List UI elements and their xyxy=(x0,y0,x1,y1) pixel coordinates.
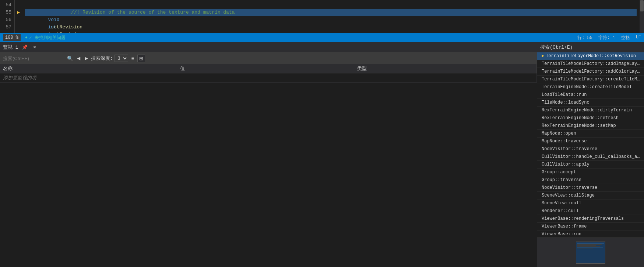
status-ok: ● ✓ 未找到相关问题 xyxy=(25,35,66,41)
callstack-item[interactable]: TerrainEngineNode::createTileModel xyxy=(537,83,644,91)
callstack-thumbnail xyxy=(537,237,644,267)
callstack-item[interactable]: Group::traverse xyxy=(537,176,644,184)
encoding-indicator: LF xyxy=(636,35,641,41)
watch-panel: 监视 1 📌 ✕ 🔍 ◀ ▶ 搜索深度: 3 1 2 4 5 ≡ ⊞ xyxy=(0,42,537,267)
callstack-item[interactable]: RexTerrainEngineNode::refresh xyxy=(537,114,644,122)
col-indicator: 字符: 1 xyxy=(598,35,615,41)
callstack-item[interactable]: NodeVisitor::traverse xyxy=(537,145,644,153)
callstack-item[interactable]: Group::accept xyxy=(537,169,644,176)
watch-title: 监视 1 xyxy=(3,44,18,51)
callstack-item[interactable]: MapNode::open xyxy=(537,130,644,138)
arrow-indicator: ► xyxy=(15,9,22,16)
callstack-item[interactable]: LoadTileData::run xyxy=(537,91,644,99)
callstack-item[interactable]: MapNode::traverse xyxy=(537,138,644,145)
status-right: 行: 55 字符: 1 空格 LF xyxy=(577,35,641,41)
watch-next-button[interactable]: ▶ xyxy=(83,55,89,62)
callstack-title-label: 搜索(Ctrl+E) xyxy=(540,44,573,51)
code-line-57 xyxy=(25,24,637,31)
callstack-item[interactable]: SceneView::cull xyxy=(537,200,644,207)
callstack-item[interactable]: SceneView::cullStage xyxy=(537,192,644,200)
callstack-item[interactable]: ViewerBase::run xyxy=(537,230,644,237)
code-line-56: int getRevision () const { return _revis… xyxy=(25,16,637,24)
callstack-item[interactable]: ViewerBase::frame xyxy=(537,223,644,230)
main-content: 监视 1 📌 ✕ 🔍 ◀ ▶ 搜索深度: 3 1 2 4 5 ≡ ⊞ xyxy=(0,42,644,267)
callstack-item[interactable]: CullVisitor::apply xyxy=(537,161,644,169)
callstack-item[interactable]: RexTerrainEngineNode::setMap xyxy=(537,122,644,130)
ok-icon: ● xyxy=(25,35,28,40)
col-name-header: 名称 xyxy=(0,64,177,73)
callstack-item[interactable]: Renderer::cull xyxy=(537,207,644,215)
callstack-title: 搜索(Ctrl+E) xyxy=(537,42,644,52)
thumbnail-preview xyxy=(576,242,605,264)
watch-resize-handle[interactable] xyxy=(529,42,534,52)
callstack-item[interactable]: RexTerrainEngineNode::dirtyTerrain xyxy=(537,107,644,114)
selected-arrow-icon: ► xyxy=(542,53,544,59)
code-lines: //! Revision of the source of the textur… xyxy=(22,0,640,33)
code-line-54: //! Revision of the source of the textur… xyxy=(25,1,637,9)
col-type-header: 类型 xyxy=(354,64,537,73)
callstack-item[interactable]: TerrainTileModelFactory::createTileModel xyxy=(537,76,644,83)
watch-pin-button[interactable]: 📌 xyxy=(21,44,29,51)
callstack-item[interactable]: ViewerBase::renderingTraversals xyxy=(537,215,644,223)
status-bar: 100 % ● ✓ 未找到相关问题 行: 55 字符: 1 空格 LF xyxy=(0,33,644,42)
watch-prev-button[interactable]: ◀ xyxy=(75,55,82,62)
code-editor: 54 55 56 57 ► //! Revision of the source… xyxy=(0,0,644,33)
watch-title-bar: 监视 1 📌 ✕ xyxy=(0,42,537,52)
editor-scrollbar[interactable] xyxy=(640,0,644,33)
table-row[interactable]: 添加要监视的项 xyxy=(0,73,537,83)
line-numbers: 54 55 56 57 xyxy=(0,0,15,33)
watch-table: 名称 值 类型 添加要监视的项 xyxy=(0,64,537,267)
callstack-item[interactable]: TerrainTileModelFactory::addColorLayers xyxy=(537,68,644,76)
add-watch-item[interactable]: 添加要监视的项 xyxy=(0,73,537,83)
callstack-item[interactable]: CullVisitor::handle_cull_callbacks_and_t… xyxy=(537,153,644,161)
callstack-list[interactable]: ►TerrainTileLayerModel::setRevisionTerra… xyxy=(537,52,644,237)
callstack-item[interactable]: TerrainTileModelFactory::addImageLayer xyxy=(537,60,644,68)
no-problems-label: ✓ 未找到相关问题 xyxy=(29,35,65,41)
zoom-level: 100 % xyxy=(3,34,21,41)
watch-filter-button[interactable]: ≡ xyxy=(130,55,136,62)
watch-toolbar: 🔍 ◀ ▶ 搜索深度: 3 1 2 4 5 ≡ ⊞ xyxy=(0,52,537,64)
watch-close-button[interactable]: ✕ xyxy=(31,44,38,51)
watch-search-input[interactable] xyxy=(3,56,65,61)
callstack-item[interactable]: NodeVisitor::traverse xyxy=(537,184,644,192)
row-indicator: 行: 55 xyxy=(577,35,592,41)
watch-expand-button[interactable]: ⊞ xyxy=(137,55,145,62)
callstack-item[interactable]: ►TerrainTileLayerModel::setRevision xyxy=(537,52,644,60)
col-value-header: 值 xyxy=(177,64,354,73)
callstack-panel: 搜索(Ctrl+E) ►TerrainTileLayerModel::setRe… xyxy=(537,42,644,267)
depth-select[interactable]: 3 1 2 4 5 xyxy=(115,55,128,62)
depth-label: 搜索深度: xyxy=(91,55,113,62)
indent-indicator: 空格 xyxy=(621,35,630,41)
callstack-item[interactable]: TileNode::loadSync xyxy=(537,99,644,107)
watch-search-button[interactable]: 🔍 xyxy=(66,55,74,62)
